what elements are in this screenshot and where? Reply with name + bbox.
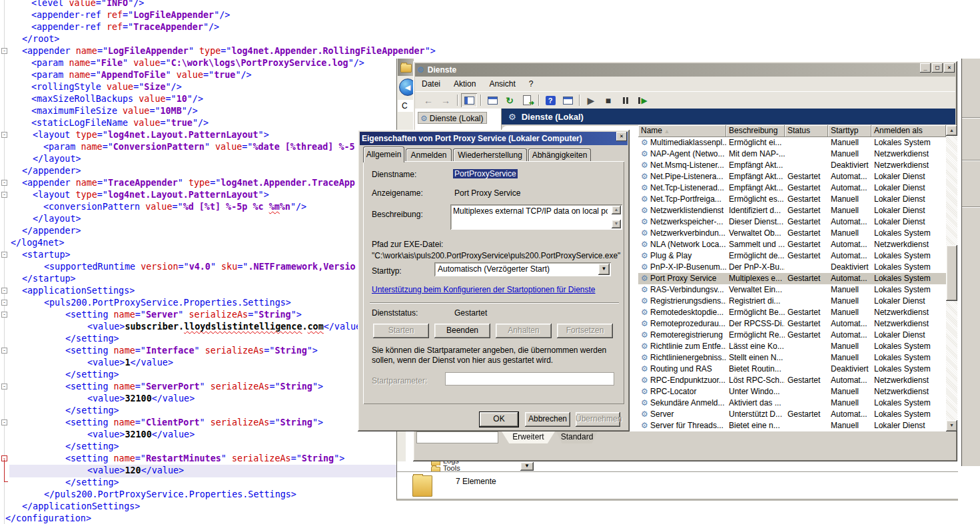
services-table: Name ▲BeschreibungStatusStarttypAnmelden… [638,125,946,431]
extended-view-icon[interactable] [560,93,576,107]
column-header-starttyp[interactable]: Starttyp [828,125,871,137]
service-row[interactable]: ⚙ Sekundäre Anmeld...Aktiviert das ...Ma… [638,397,946,409]
service-row[interactable]: ⚙ RPC-Endpunktzuor...Löst RPC-Sch...Gest… [638,375,946,386]
cell: ⚙ Net.Pipe-Listenera... [638,171,726,182]
fold-marker[interactable]: - [1,348,7,354]
scroll-down-button[interactable]: ▼ [946,420,957,431]
export-list-icon[interactable]: ➜ [519,93,535,107]
back-icon[interactable]: ← [420,93,436,107]
minimize-button[interactable]: _ [920,63,931,73]
refresh-icon[interactable]: ↻ [502,93,518,107]
stop-service-icon[interactable]: ■ [600,93,616,107]
service-row[interactable]: ⚙ Plug & PlayErmöglicht de...GestartetAu… [638,250,946,262]
services-scrollbar[interactable]: ▲ ▼ [946,125,957,431]
start-service-icon[interactable]: ▶ [583,93,599,107]
service-row[interactable]: ⚙ NLA (Network Loca...Sammelt und ...Ges… [638,239,946,250]
combo-dropdown-button[interactable]: ▼ [520,462,534,471]
fold-marker[interactable]: - [1,48,7,54]
column-header-status[interactable]: Status [785,125,828,137]
fold-marker[interactable]: - [1,312,7,318]
cell: Lokales System [871,352,946,364]
service-gear-icon: ⚙ [641,240,648,249]
tree-item-dienste-lokal[interactable]: ⚙ Dienste (Lokal) [418,112,487,124]
service-row[interactable]: ⚙ Net.Tcp-Listenerad...Empfängt Akt...Ge… [638,182,946,194]
fold-marker[interactable]: - [1,300,7,306]
view-tab-erweitert[interactable]: Erweitert [502,431,555,443]
menu-?[interactable]: ? [522,77,540,91]
startoptions-help-link[interactable]: Unterstützung beim Konfigurieren der Sta… [372,285,596,294]
service-row[interactable]: ⚙ Richtlinie zum Entfe...Lässt eine Ko..… [638,341,946,352]
description-scroll-up[interactable]: ▲ [612,206,621,214]
cancel-button[interactable]: Abbrechen [525,412,570,427]
description-scroll-down[interactable]: ▼ [612,220,621,228]
tab-allgemein[interactable]: Allgemein [363,146,404,162]
service-row[interactable]: ⚙ Netzwerkverbindun...Verwaltet Ob...Ges… [638,228,946,239]
menu-datei[interactable]: Datei [415,77,447,91]
cell: Ermöglicht Be... [726,307,785,318]
service-row[interactable]: ⚙ RPC-LocatorUnter Windo...ManuellNetzwe… [638,386,946,397]
combo-arrow-button[interactable]: ▼ [598,264,610,275]
cell: ⚙ Net.Msmq-Listener... [638,160,726,171]
view-tab-standard[interactable]: Standard [556,431,598,443]
service-row[interactable]: ⚙ Registrierungsdiens...Registriert di..… [638,296,946,307]
service-row[interactable]: ⚙ NAP-Agent (Netwo...Mit dem NAP-...Manu… [638,148,946,160]
fold-marker[interactable]: - [1,384,7,390]
show-console-tree-icon[interactable] [461,93,477,107]
tree-item-tools[interactable]: Tools [427,465,507,471]
fold-marker[interactable]: - [1,288,7,294]
scroll-up-button[interactable]: ▲ [946,125,957,136]
cell: Manuell [828,148,871,160]
services-titlebar[interactable]: ⚙ Dienste [415,63,955,77]
tab-abhängigkeiten[interactable]: Abhängigkeiten [528,148,591,161]
service-row[interactable]: ⚙ Net.Tcp-Portfreiga...Ermöglicht es...G… [638,194,946,205]
fold-marker[interactable]: - [1,252,7,258]
service-row[interactable]: ⚙ Net.Msmq-Listener...Empfängt Akt...Dea… [638,160,946,171]
service-row[interactable]: ⚙ Remoteprozedurau...Der RPCSS-Di...Gest… [638,318,946,330]
fold-marker[interactable]: - [1,419,7,425]
service-row[interactable]: ⚙ RemoteregistrierungErmöglicht Re...Ges… [638,330,946,341]
window-glyph [563,97,573,105]
forward-icon[interactable]: → [438,93,454,107]
service-row[interactable]: ⚙ ServerUnterstützt D...GestartetAutomat… [638,409,946,420]
service-row[interactable]: ⚙ Netzwerkspeicher-...Dieser Dienst...Ge… [638,216,946,228]
dialog-close-button[interactable]: ✕ [616,132,627,141]
service-row[interactable]: ⚙ Routing und RASBietet Routin...Deaktiv… [638,364,946,375]
maximize-button[interactable]: □ [932,63,943,73]
tab-wiederherstellung[interactable]: Wiederherstellung [453,148,527,161]
fold-marker[interactable]: - [1,180,7,186]
menu-aktion[interactable]: Aktion [447,77,482,91]
service-row[interactable]: ⚙ Remotedesktopdie...Ermöglicht Be...Ges… [638,307,946,318]
ok-button[interactable]: OK [480,412,518,427]
menu-ansicht[interactable]: Ansicht [482,77,522,91]
beschreibung-textbox[interactable]: Multiplexes external TCP/IP data on loca… [450,204,622,230]
pause-service-icon[interactable] [618,93,634,107]
scroll-thumb[interactable] [946,245,957,301]
cell [785,148,828,160]
fold-marker[interactable]: - [1,192,7,198]
column-header-name[interactable]: Name ▲ [638,125,726,137]
column-header-anmeldenals[interactable]: Anmelden als [871,125,946,137]
restart-service-icon[interactable]: ▶ [635,93,651,107]
fold-marker[interactable]: - [1,132,7,138]
properties-icon[interactable] [484,93,500,107]
service-row[interactable]: ⚙ PnP-X-IP-Busenum...Der PnP-X-Bu...Deak… [638,262,946,273]
close-button[interactable]: ✕ [944,63,955,73]
service-row-selected[interactable]: ⚙ Port Proxy ServiceMultiplexes e...Gest… [638,273,946,284]
dialog-titlebar[interactable]: Eigenschaften von Port Proxy Service (Lo… [360,132,628,145]
tab-anmelden[interactable]: Anmelden [406,148,452,161]
service-row[interactable]: ⚙ Net.Pipe-Listenera...Empfängt Akt...Ge… [638,171,946,182]
service-row[interactable]: ⚙ Server für Threads...Bietet eine n...M… [638,420,946,431]
startparameter-field[interactable] [445,372,614,386]
service-row[interactable]: ⚙ Richtlinienergebniss...Stellt einen N.… [638,352,946,364]
service-row[interactable]: ⚙ NetzwerklistendienstIdentifiziert d...… [638,205,946,216]
cell: ⚙ Multimediaklassenpl... [638,137,726,148]
starttyp-combobox[interactable]: Automatisch (Verzögerter Start) ▼ [434,262,611,276]
help-icon[interactable]: ? [542,93,558,107]
service-row[interactable]: ⚙ Multimediaklassenpl...Ermöglicht ei...… [638,137,946,148]
folder-icon [431,467,440,471]
beenden-button[interactable]: Beenden [434,324,490,338]
service-row[interactable]: ⚙ RAS-Verbindungsv...Verwaltet Ein...Man… [638,284,946,296]
cell: Ermöglicht es... [726,194,785,205]
cell: ⚙ NAP-Agent (Netwo... [638,148,726,160]
column-header-beschreibung[interactable]: Beschreibung [726,125,785,137]
